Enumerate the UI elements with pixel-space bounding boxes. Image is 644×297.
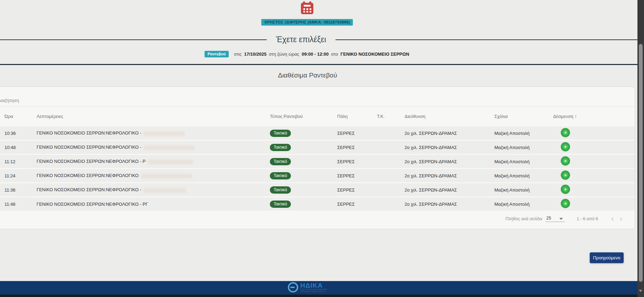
plus-icon: + [561, 185, 570, 194]
row-details: ΓΕΝΙΚΟ ΝΟΣΟΚΟΜΕΙΟ ΣΕΡΡΩΝ:ΝΕΦΡΟΛΟΓΙΚΟ - [37, 187, 270, 192]
appointment-type-badge: Τακτικό [270, 130, 291, 137]
row-action-cell: + [553, 199, 635, 209]
per-page-label: Πλήθος ανά σελίδα [505, 216, 542, 221]
column-header-comments[interactable]: Σχόλια [494, 114, 553, 119]
row-action-cell: + [553, 170, 635, 181]
book-appointment-button[interactable]: + [561, 199, 570, 208]
row-type-cell: Τακτικό [270, 144, 337, 151]
vertical-scrollbar-thumb[interactable] [639, 44, 643, 282]
appointments-panel: Ώρα Λεπτομέρειες Τύπος Ραντεβού Πόλη Τ.Κ… [0, 86, 635, 229]
row-type-cell: Τακτικό [270, 186, 337, 194]
row-details: ΓΕΝΙΚΟ ΝΟΣΟΚΟΜΕΙΟ ΣΕΡΡΩΝ:ΝΕΦΡΟΛΟΓΙΚΟ - Ρ [37, 159, 270, 164]
row-action-cell: + [553, 142, 635, 152]
search-row [0, 87, 635, 106]
column-header-city[interactable]: Πόλη [337, 114, 377, 119]
row-time: 11:24 [0, 173, 37, 178]
column-header-details[interactable]: Λεπτομέρειες [37, 114, 270, 119]
column-header-booking-label: Δέσμευση [553, 114, 573, 119]
book-appointment-button[interactable]: + [561, 170, 570, 180]
column-header-booking[interactable]: Δέσμευση↑ [553, 114, 635, 119]
appointment-summary: Ραντεβού στις 17/10/2025 στη ζώνη ώρας 0… [0, 51, 615, 57]
row-action-cell: + [553, 156, 635, 167]
appointment-type-chip: Ραντεβού [205, 51, 229, 57]
row-type-cell: Τακτικό [270, 130, 337, 137]
divider-line-right [335, 39, 637, 40]
summary-word-in: στο [331, 52, 338, 57]
row-details: ΓΕΝΙΚΟ ΝΟΣΟΚΟΜΕΙΟ ΣΕΡΡΩΝ:ΝΕΦΡΟΛΟΓΙΚΟ - [37, 145, 270, 150]
summary-word-at: στις [234, 52, 242, 57]
table-row: 11:48ΓΕΝΙΚΟ ΝΟΣΟΚΟΜΕΙΟ ΣΕΡΡΩΝ:ΝΕΦΡΟΛΟΓΙΚ… [0, 197, 635, 211]
row-details-text: ΓΕΝΙΚΟ ΝΟΣΟΚΟΜΕΙΟ ΣΕΡΡΩΝ:ΝΕΦΡΟΛΟΓΙΚΟ - Ρ… [37, 202, 148, 207]
row-details-text: ΓΕΝΙΚΟ ΝΟΣΟΚΟΜΕΙΟ ΣΕΡΡΩΝ:ΝΕΦΡΟΛΟΓΙΚΟ - [37, 145, 141, 150]
plus-icon: + [561, 128, 570, 137]
summary-word-zone: στη ζώνη ώρας [269, 52, 300, 57]
appointment-type-badge: Τακτικό [270, 186, 291, 194]
row-comments: Μαζική Αποστολή [494, 173, 553, 178]
table-rows: 10:36ΓΕΝΙΚΟ ΝΟΣΟΚΟΜΕΙΟ ΣΕΡΡΩΝ:ΝΕΦΡΟΛΟΓΙΚ… [0, 127, 635, 211]
appointment-date: 17/10/2025 [244, 52, 266, 57]
row-type-cell: Τακτικό [270, 201, 337, 208]
appointment-type-badge: Τακτικό [270, 158, 291, 165]
redacted-text [144, 131, 184, 136]
caret-down-icon [559, 218, 563, 220]
footer-bar: ΗΔΙΚΑ ΗΛΕΚΤΡΟΝΙΚΗ ΔΙΑΚΥΒΕΡΝΗΣΗ ΚΟΙΝΩΝΙΚΗ… [0, 281, 637, 295]
row-action-cell: + [553, 185, 635, 195]
column-header-address[interactable]: Διεύθυνση [405, 114, 494, 119]
column-header-time[interactable]: Ώρα [0, 114, 37, 119]
per-page-value: 25 [546, 216, 551, 221]
row-time: 10:48 [0, 145, 37, 150]
appointment-type-badge: Τακτικό [270, 201, 291, 208]
table-row: 11:36ΓΕΝΙΚΟ ΝΟΣΟΚΟΜΕΙΟ ΣΕΡΡΩΝ:ΝΕΦΡΟΛΟΓΙΚ… [0, 183, 635, 196]
row-details-text: ΓΕΝΙΚΟ ΝΟΣΟΚΟΜΕΙΟ ΣΕΡΡΩΝ:ΝΕΦΡΟΛΟΓΙΚΟ [37, 173, 139, 178]
previous-step-button[interactable]: Προηγούμενο [590, 252, 624, 263]
available-appointments-title: Διαθέσιμα Ραντεβού [0, 72, 615, 79]
page-range-label: 1 - 6 από 6 [577, 216, 598, 221]
row-details: ΓΕΝΙΚΟ ΝΟΣΟΚΟΜΕΙΟ ΣΕΡΡΩΝ:ΝΕΦΡΟΛΟΓΙΚΟ - [37, 130, 270, 136]
row-city: ΣΕΡΡΕΣ [337, 173, 377, 178]
plus-icon: + [561, 156, 570, 166]
next-page-button[interactable]: › [620, 215, 622, 223]
row-details-text: ΓΕΝΙΚΟ ΝΟΣΟΚΟΜΕΙΟ ΣΕΡΡΩΝ:ΝΕΦΡΟΛΟΓΙΚΟ - [37, 130, 141, 136]
row-address: 2ο χιλ. ΣΕΡΡΩΝ-ΔΡΑΜΑΣ [405, 159, 494, 164]
book-appointment-button[interactable]: + [561, 156, 570, 166]
table-row: 11:12ΓΕΝΙΚΟ ΝΟΣΟΚΟΜΕΙΟ ΣΕΡΡΩΝ:ΝΕΦΡΟΛΟΓΙΚ… [0, 155, 635, 168]
book-appointment-button[interactable]: + [561, 142, 570, 151]
calendar-icon [300, 1, 314, 15]
row-address: 2ο χιλ. ΣΕΡΡΩΝ-ΔΡΑΜΑΣ [405, 145, 494, 150]
book-appointment-button[interactable]: + [561, 185, 570, 194]
row-city: ΣΕΡΡΕΣ [337, 159, 377, 164]
plus-icon: + [561, 170, 570, 180]
selection-heading: Έχετε επιλέξει [276, 35, 326, 44]
row-address: 2ο χιλ. ΣΕΡΡΩΝ-ΔΡΑΜΑΣ [405, 187, 494, 193]
per-page-select[interactable]: 25 [546, 216, 565, 222]
book-appointment-button[interactable]: + [561, 128, 570, 137]
row-city: ΣΕΡΡΕΣ [337, 202, 377, 207]
row-details: ΓΕΝΙΚΟ ΝΟΣΟΚΟΜΕΙΟ ΣΕΡΡΩΝ:ΝΕΦΡΟΛΟΓΙΚΟ - Ρ… [37, 202, 270, 207]
scrollbar-down-arrow[interactable] [639, 290, 642, 292]
plus-icon: + [561, 142, 570, 151]
row-comments: Μαζική Αποστολή [494, 187, 553, 193]
row-comments: Μαζική Αποστολή [494, 145, 553, 150]
table-row: 10:48ΓΕΝΙΚΟ ΝΟΣΟΚΟΜΕΙΟ ΣΕΡΡΩΝ:ΝΕΦΡΟΛΟΓΙΚ… [0, 141, 635, 154]
row-type-cell: Τακτικό [270, 172, 337, 179]
section-divider [0, 64, 637, 65]
row-comments: Μαζική Αποστολή [494, 131, 553, 136]
search-input[interactable] [0, 98, 107, 103]
previous-page-button[interactable]: ‹ [611, 215, 614, 223]
row-time: 10:36 [0, 131, 37, 136]
row-address: 2ο χιλ. ΣΕΡΡΩΝ-ΔΡΑΜΑΣ [405, 173, 494, 178]
column-header-type[interactable]: Τύπος Ραντεβού [270, 114, 337, 119]
row-address: 2ο χιλ. ΣΕΡΡΩΝ-ΔΡΑΜΑΣ [405, 202, 494, 207]
row-city: ΣΕΡΡΕΣ [337, 131, 377, 136]
row-time: 11:12 [0, 159, 37, 164]
row-comments: Μαζική Αποστολή [494, 202, 553, 207]
appointment-type-badge: Τακτικό [270, 172, 291, 179]
sort-ascending-icon: ↑ [575, 114, 577, 119]
row-city: ΣΕΡΡΕΣ [337, 187, 377, 193]
row-action-cell: + [553, 128, 635, 138]
row-comments: Μαζική Αποστολή [494, 159, 553, 164]
idika-logo-text: ΗΔΙΚΑ [300, 282, 327, 289]
row-time: 11:36 [0, 187, 37, 193]
column-header-zip[interactable]: Τ.Κ. [377, 114, 405, 119]
redacted-text [144, 146, 194, 150]
